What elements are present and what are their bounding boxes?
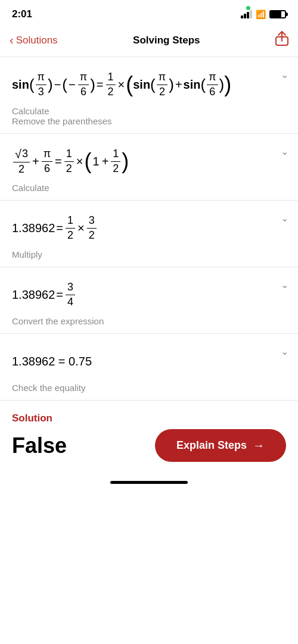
share-icon[interactable] — [275, 31, 288, 49]
expand-chevron-1[interactable]: ⌄ — [281, 69, 288, 80]
step-4-desc: Convert the expression — [12, 316, 286, 326]
status-time: 2:01 — [12, 8, 32, 20]
step-5[interactable]: 1.38962 = 0.75 Check the equality ⌄ — [0, 334, 298, 401]
expand-chevron-3[interactable]: ⌄ — [281, 212, 288, 224]
back-chevron-icon: ‹ — [10, 34, 14, 46]
back-label: Solutions — [16, 35, 58, 46]
status-bar: 2:01 📶 — [0, 0, 298, 26]
solution-row: False Explain Steps → — [12, 429, 286, 462]
nav-bar: ‹ Solutions Solving Steps — [0, 26, 298, 57]
step-4-math: 1.38962 = 3 4 — [12, 277, 286, 312]
step-2-math: √3 2 + π 6 = 1 2 × ( 1 + 1 2 ) — [12, 143, 286, 179]
signal-icon — [241, 10, 252, 18]
status-icons: 📶 — [241, 10, 286, 19]
solution-section: Solution False Explain Steps → — [0, 401, 298, 469]
step-2[interactable]: √3 2 + π 6 = 1 2 × ( 1 + 1 2 ) — [0, 134, 298, 201]
back-button[interactable]: ‹ Solutions — [10, 35, 58, 46]
wifi-icon: 📶 — [256, 10, 266, 19]
step-1-math: sin ( π 3 ) − ( − π 6 ) = 1 2 × ( sin ( — [12, 67, 286, 102]
nav-title: Solving Steps — [133, 35, 200, 46]
arrow-icon: → — [253, 439, 265, 452]
solution-label: Solution — [12, 412, 286, 424]
step-1-desc: Calculate Remove the parentheses — [12, 106, 286, 126]
green-dot — [246, 6, 250, 10]
explain-steps-button[interactable]: Explain Steps → — [155, 429, 286, 462]
expand-chevron-5[interactable]: ⌄ — [281, 346, 288, 357]
step-3-math: 1.38962 = 1 2 × 3 2 — [12, 210, 286, 246]
solution-value: False — [12, 433, 67, 458]
step-1[interactable]: sin ( π 3 ) − ( − π 6 ) = 1 2 × ( sin ( — [0, 57, 298, 134]
step-5-desc: Check the equality — [12, 383, 286, 393]
step-2-desc: Calculate — [12, 183, 286, 193]
home-bar — [110, 481, 188, 484]
expand-chevron-2[interactable]: ⌄ — [281, 146, 288, 157]
steps-container: sin ( π 3 ) − ( − π 6 ) = 1 2 × ( sin ( — [0, 57, 298, 401]
step-3[interactable]: 1.38962 = 1 2 × 3 2 Multiply ⌄ — [0, 201, 298, 267]
battery-icon — [269, 10, 286, 18]
home-indicator — [0, 475, 298, 489]
step-4[interactable]: 1.38962 = 3 4 Convert the expression ⌄ — [0, 267, 298, 334]
explain-steps-label: Explain Steps — [176, 439, 247, 452]
expand-chevron-4[interactable]: ⌄ — [281, 279, 288, 290]
step-5-math: 1.38962 = 0.75 — [12, 343, 286, 379]
step-3-desc: Multiply — [12, 249, 286, 260]
